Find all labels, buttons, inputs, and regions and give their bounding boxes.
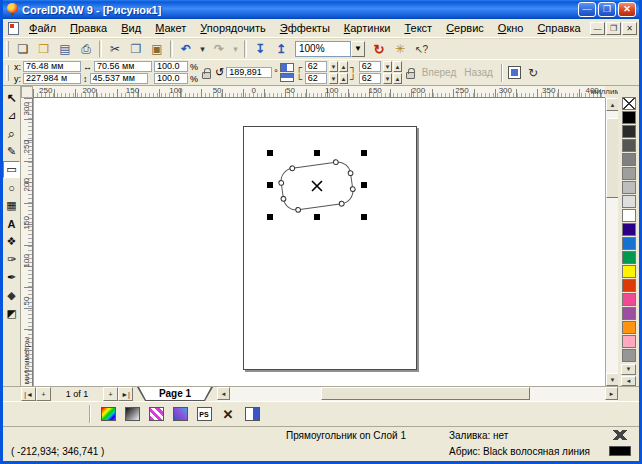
scroll-left-icon[interactable]: ◄ bbox=[217, 387, 230, 400]
pattern-fill-icon[interactable] bbox=[145, 404, 167, 424]
menu-item[interactable]: Файл bbox=[22, 20, 63, 37]
object-height-field[interactable]: 45.537 мм bbox=[90, 73, 148, 84]
corner-lock-icon[interactable] bbox=[406, 72, 415, 79]
palette-swatch[interactable] bbox=[622, 195, 636, 208]
page-tab[interactable]: Page 1 bbox=[137, 387, 213, 401]
color-docker-icon[interactable] bbox=[241, 404, 263, 424]
spinner-down-icon[interactable] bbox=[329, 61, 338, 72]
new-icon[interactable] bbox=[13, 40, 33, 58]
convert-to-curves-icon[interactable] bbox=[523, 64, 543, 82]
undo-dropdown-icon[interactable] bbox=[197, 40, 208, 58]
copy-icon[interactable] bbox=[126, 40, 146, 58]
interactive-blend-tool[interactable] bbox=[3, 233, 20, 250]
corner-radius-br-field[interactable]: 62 bbox=[359, 73, 381, 84]
palette-swatch[interactable] bbox=[622, 251, 636, 264]
wrap-paragraph-text-icon[interactable] bbox=[508, 66, 521, 79]
palette-swatch[interactable] bbox=[622, 293, 636, 306]
cut-icon[interactable] bbox=[105, 40, 125, 58]
outline-tool[interactable] bbox=[3, 269, 20, 286]
propbar-grip[interactable] bbox=[6, 65, 9, 81]
palette-swatch[interactable] bbox=[622, 111, 636, 124]
redo-icon[interactable] bbox=[209, 40, 229, 58]
fill-dialog-icon[interactable] bbox=[97, 404, 119, 424]
mirror-horizontal-button[interactable] bbox=[280, 63, 294, 72]
palette-swatch[interactable] bbox=[622, 153, 636, 166]
palette-swatch[interactable] bbox=[622, 181, 636, 194]
interactive-fill-tool[interactable] bbox=[3, 305, 20, 322]
rotation-angle-field[interactable]: 189,891 bbox=[226, 67, 272, 78]
eyedropper-tool[interactable] bbox=[3, 251, 20, 268]
undo-icon[interactable] bbox=[176, 40, 196, 58]
freehand-tool[interactable] bbox=[3, 143, 20, 160]
texture-fill-icon[interactable] bbox=[169, 404, 191, 424]
palette-swatch[interactable] bbox=[622, 167, 636, 180]
zoom-level-combo[interactable]: 100% ▼ bbox=[295, 41, 365, 57]
corner-radius-bl-field[interactable]: 62 bbox=[305, 73, 327, 84]
export-icon[interactable] bbox=[271, 40, 291, 58]
x-position-field[interactable]: 76.48 мм bbox=[23, 61, 81, 72]
redo-dropdown-icon[interactable] bbox=[230, 40, 241, 58]
minimize-button[interactable]: — bbox=[578, 2, 596, 17]
corner-radius-tl-field[interactable]: 62 bbox=[305, 61, 327, 72]
menu-item[interactable]: Эффекты bbox=[273, 20, 337, 37]
last-page-button[interactable]: ►| bbox=[118, 387, 133, 401]
palette-swatch[interactable] bbox=[622, 237, 636, 250]
first-page-button[interactable]: |◄ bbox=[21, 387, 36, 401]
palette-swatch[interactable] bbox=[622, 209, 636, 222]
shape-tool[interactable] bbox=[3, 107, 20, 124]
text-tool[interactable] bbox=[3, 215, 20, 232]
rectangle-tool[interactable] bbox=[3, 161, 20, 178]
add-page-after-button[interactable]: + bbox=[103, 387, 118, 401]
polygon-tool[interactable] bbox=[3, 197, 20, 214]
menu-item[interactable]: Правка bbox=[63, 20, 114, 37]
spinner-up-icon[interactable] bbox=[393, 73, 402, 84]
y-position-field[interactable]: 227.984 м bbox=[23, 73, 81, 84]
palette-swatch[interactable] bbox=[622, 321, 636, 334]
help-icon[interactable] bbox=[411, 40, 431, 58]
scale-x-field[interactable]: 100.0 bbox=[154, 61, 188, 72]
spinner-down-icon[interactable] bbox=[383, 73, 392, 84]
no-fill-icon[interactable]: ✕ bbox=[217, 404, 239, 424]
scale-lock-icon[interactable] bbox=[202, 72, 211, 79]
palette-swatch[interactable] bbox=[622, 307, 636, 320]
object-width-field[interactable]: 70.56 мм bbox=[94, 61, 152, 72]
launcher-icon[interactable] bbox=[390, 40, 410, 58]
palette-swatch[interactable] bbox=[622, 97, 636, 110]
maximize-button[interactable]: ❐ bbox=[598, 2, 616, 17]
palette-swatch[interactable] bbox=[622, 265, 636, 278]
save-icon[interactable] bbox=[55, 40, 75, 58]
import-icon[interactable] bbox=[250, 40, 270, 58]
spinner-down-icon[interactable] bbox=[383, 61, 392, 72]
mdi-close-button[interactable]: ✕ bbox=[622, 22, 637, 35]
palette-scroll-down-icon[interactable]: ▼ bbox=[621, 364, 636, 375]
horizontal-scrollbar[interactable]: ◄ ► bbox=[217, 387, 618, 401]
document-icon[interactable] bbox=[8, 22, 19, 35]
refresh-icon[interactable] bbox=[369, 40, 389, 58]
drawing-canvas[interactable] bbox=[33, 98, 605, 386]
paste-icon[interactable] bbox=[147, 40, 167, 58]
scale-y-field[interactable]: 100.0 bbox=[154, 73, 188, 84]
menu-item[interactable]: Вид bbox=[114, 20, 148, 37]
palette-swatch[interactable] bbox=[622, 279, 636, 292]
menu-item[interactable]: Сервис bbox=[439, 20, 491, 37]
palette-swatch[interactable] bbox=[622, 139, 636, 152]
ellipse-tool[interactable] bbox=[3, 179, 20, 196]
pick-tool[interactable] bbox=[3, 89, 20, 106]
chevron-down-icon[interactable]: ▼ bbox=[351, 41, 365, 57]
zoom-level-value[interactable]: 100% bbox=[295, 41, 351, 57]
fountain-fill-icon[interactable] bbox=[121, 404, 143, 424]
palette-swatch[interactable] bbox=[622, 125, 636, 138]
palette-swatch[interactable] bbox=[622, 335, 636, 348]
mdi-minimize-button[interactable]: — bbox=[590, 22, 605, 35]
menu-item[interactable]: Текст bbox=[397, 20, 439, 37]
spinner-up-icon[interactable] bbox=[339, 61, 348, 72]
mdi-restore-button[interactable]: ❐ bbox=[606, 22, 621, 35]
zoom-tool[interactable] bbox=[3, 125, 20, 142]
open-icon[interactable] bbox=[34, 40, 54, 58]
spinner-up-icon[interactable] bbox=[339, 73, 348, 84]
add-page-before-button[interactable]: + bbox=[36, 387, 51, 401]
spinner-up-icon[interactable] bbox=[393, 61, 402, 72]
vertical-scrollbar[interactable]: ▲ ▼ bbox=[605, 98, 618, 386]
menu-item[interactable]: Справка bbox=[530, 20, 587, 37]
toolbar-grip[interactable] bbox=[6, 41, 9, 57]
